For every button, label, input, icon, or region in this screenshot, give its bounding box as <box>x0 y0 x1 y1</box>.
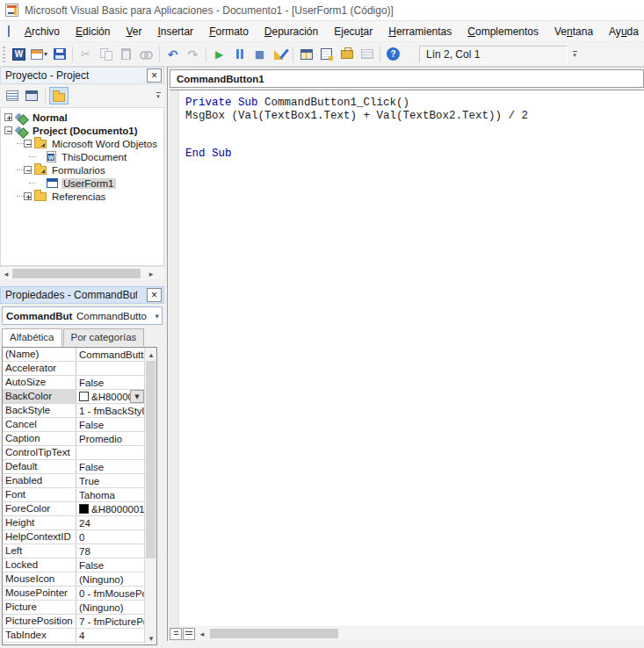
property-value[interactable]: False <box>76 558 144 572</box>
property-value[interactable]: CommandButton1 <box>76 348 144 361</box>
property-value[interactable]: &H80000012& <box>76 502 144 515</box>
help-button[interactable] <box>383 45 403 64</box>
property-value[interactable]: False <box>76 418 144 431</box>
full-module-view-button[interactable] <box>183 628 195 640</box>
break-button[interactable] <box>229 45 250 64</box>
view-code-button[interactable] <box>3 87 22 104</box>
menu-item-archivo[interactable]: Archivo <box>17 22 68 41</box>
property-row-mousepointer[interactable]: MousePointer0 - fmMousePointerDefault <box>3 587 144 601</box>
property-row-font[interactable]: FontTahoma <box>3 488 144 502</box>
property-value[interactable] <box>76 362 144 375</box>
menu-item-ver[interactable]: Ver <box>118 22 149 41</box>
tree-item-microsoft-word-objetos[interactable]: Microsoft Word Objetos <box>1 137 163 150</box>
run-button[interactable] <box>209 45 229 64</box>
project-panel-header[interactable]: Proyecto - Project × <box>0 67 164 84</box>
toolbar-overflow-button[interactable]: ▾ <box>569 44 580 65</box>
property-value[interactable]: Tahoma <box>76 488 144 501</box>
property-row-tabindex[interactable]: TabIndex4 <box>3 629 144 643</box>
scroll-down-icon[interactable]: ▾ <box>145 631 157 644</box>
property-row-left[interactable]: Left78 <box>3 544 144 558</box>
cut-button[interactable] <box>76 45 96 64</box>
property-value[interactable]: (Ninguno) <box>76 601 144 614</box>
menu-item-insertar[interactable]: Insertar <box>149 22 201 41</box>
property-value[interactable]: 0 <box>76 530 144 544</box>
property-row-name[interactable]: (Name)CommandButton1 <box>3 348 144 362</box>
property-value[interactable]: 0 - fmMousePointerDefault <box>76 587 144 600</box>
property-row-pictureposition[interactable]: PicturePosition7 - fmPicturePositionAbov… <box>3 615 144 629</box>
find-button[interactable] <box>136 45 156 64</box>
property-value[interactable]: False <box>76 460 144 473</box>
chevron-down-icon[interactable]: ▾ <box>44 50 47 58</box>
mdi-child-icon[interactable] <box>8 25 10 37</box>
menu-item-edición[interactable]: Edición <box>68 22 118 41</box>
property-row-backcolor[interactable]: BackColor&H8000000F&▼ <box>3 390 144 404</box>
property-value[interactable]: Promedio <box>76 432 144 445</box>
code-line-2[interactable]: MsgBox (Val(TextBox1.Text) + Val(TextBox… <box>185 110 528 123</box>
code-object-combo[interactable]: CommandButton1 <box>170 69 644 88</box>
tree-item-formularios[interactable]: Formularios <box>1 163 163 176</box>
tree-item-referencias[interactable]: Referencias <box>1 190 163 203</box>
property-row-mouseicon[interactable]: MouseIcon(Ninguno) <box>3 572 144 587</box>
menu-item-depuración[interactable]: Depuración <box>257 22 326 41</box>
menu-item-formato[interactable]: Formato <box>201 22 257 41</box>
property-row-helpcontextid[interactable]: HelpContextID0 <box>3 530 144 544</box>
insert-userform-button[interactable]: ▾ <box>29 45 49 64</box>
property-row-picture[interactable]: Picture(Ninguno) <box>3 601 144 615</box>
properties-close-button[interactable]: × <box>147 288 162 302</box>
code-line-5[interactable]: End Sub <box>185 148 528 161</box>
property-row-height[interactable]: Height24 <box>3 516 144 530</box>
scroll-left-icon[interactable]: ◂ <box>196 627 208 640</box>
save-button[interactable] <box>49 45 69 64</box>
property-grid-vscrollbar[interactable]: ▴ ▾ <box>144 348 156 644</box>
menu-item-ejecutar[interactable]: Ejecutar <box>326 22 380 41</box>
tree-item-thisdocument[interactable]: ThisDocument <box>1 150 163 163</box>
expand-icon[interactable] <box>24 192 32 200</box>
scroll-up-icon[interactable]: ▴ <box>145 348 157 361</box>
object-browser-button[interactable] <box>357 45 377 64</box>
property-value[interactable]: 24 <box>76 516 144 529</box>
properties-panel-header[interactable]: Propiedades - CommandButto × <box>0 286 164 304</box>
property-row-locked[interactable]: LockedFalse <box>3 558 144 572</box>
tab-por-categor-as[interactable]: Por categorías <box>63 328 145 346</box>
project-tree-hscrollbar[interactable]: ◂ ▸ <box>0 266 164 279</box>
collapse-icon[interactable] <box>24 166 32 174</box>
property-row-enabled[interactable]: EnabledTrue <box>3 474 144 488</box>
view-word-button[interactable] <box>9 45 29 64</box>
code-hscrollbar[interactable]: ◂ <box>196 627 644 640</box>
property-row-cancel[interactable]: CancelFalse <box>3 418 144 432</box>
redo-button[interactable] <box>183 45 203 64</box>
view-object-button[interactable] <box>22 87 41 104</box>
code-line-4[interactable] <box>185 135 528 148</box>
property-row-accelerator[interactable]: Accelerator <box>3 362 144 376</box>
tree-item-project-documento1-[interactable]: Project (Documento1) <box>1 124 163 137</box>
property-row-caption[interactable]: CaptionPromedio <box>3 432 144 446</box>
property-value[interactable]: 1 - fmBackStyleOpaque <box>76 404 144 417</box>
property-value[interactable]: True <box>76 474 144 487</box>
reset-button[interactable] <box>250 45 270 64</box>
property-value[interactable]: 78 <box>76 544 144 558</box>
paste-button[interactable] <box>116 45 136 64</box>
code-line-3[interactable] <box>185 122 528 135</box>
procedure-view-button[interactable] <box>170 628 182 640</box>
project-explorer-button[interactable] <box>296 45 316 64</box>
project-toolbar-overflow-button[interactable]: ▾ <box>153 85 163 106</box>
hscroll-thumb[interactable] <box>210 629 338 638</box>
menu-item-herramientas[interactable]: Herramientas <box>380 22 459 41</box>
property-row-backstyle[interactable]: BackStyle1 - fmBackStyleOpaque <box>3 404 144 418</box>
hscroll-thumb[interactable] <box>12 269 141 278</box>
property-value[interactable]: (Ninguno) <box>76 572 144 586</box>
property-value[interactable] <box>76 446 144 459</box>
scroll-right-icon[interactable]: ▸ <box>145 267 157 280</box>
project-close-button[interactable]: × <box>147 68 162 83</box>
property-value[interactable]: 7 - fmPicturePositionAboveCenter <box>76 615 144 628</box>
undo-button[interactable] <box>163 45 183 64</box>
scroll-left-icon[interactable]: ◂ <box>0 267 12 280</box>
toolbox-button[interactable] <box>336 45 357 64</box>
properties-window-button[interactable] <box>316 45 336 64</box>
expand-icon[interactable] <box>4 113 12 121</box>
collapse-icon[interactable] <box>4 126 12 134</box>
property-row-default[interactable]: DefaultFalse <box>3 460 144 474</box>
menu-item-ventana[interactable]: Ventana <box>546 22 601 41</box>
design-mode-button[interactable] <box>270 45 290 64</box>
toolbar-grip-handle[interactable] <box>3 47 5 62</box>
